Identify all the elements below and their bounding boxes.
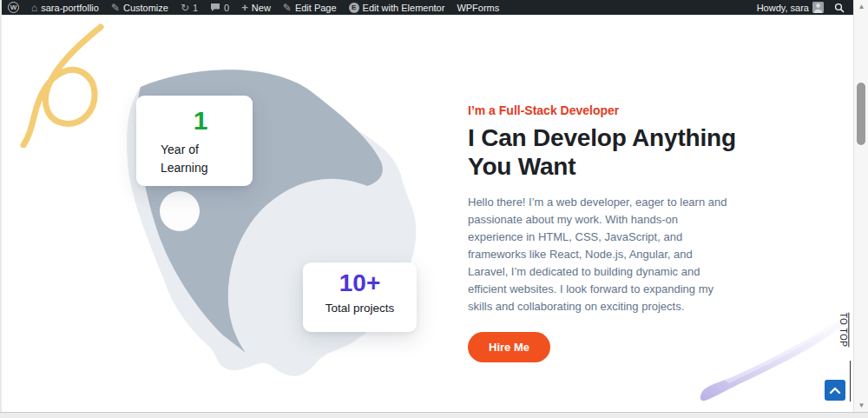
scrollbar-thumb[interactable] bbox=[857, 83, 865, 145]
new-label: New bbox=[252, 3, 271, 13]
to-top-line bbox=[850, 361, 851, 401]
howdy-label: Howdy, sara bbox=[757, 3, 809, 13]
edit-with-elementor-menu[interactable]: E Edit with Elementor bbox=[349, 3, 445, 13]
search-icon bbox=[834, 3, 845, 13]
wp-logo-menu[interactable]: W bbox=[8, 2, 19, 13]
scroll-to-top-button[interactable] bbox=[825, 380, 845, 401]
scrollbar-down-arrow[interactable]: ▼ bbox=[854, 399, 868, 412]
to-top-label: TO TOP bbox=[838, 313, 848, 348]
house-icon: ⌂ bbox=[31, 3, 37, 13]
comments-menu[interactable]: 0 bbox=[210, 3, 229, 13]
page-viewport: W ⌂ sara-portfollio ✎ Customize ↻ 1 0 bbox=[2, 0, 853, 412]
elementor-icon: E bbox=[349, 3, 359, 13]
wpforms-label: WPForms bbox=[457, 3, 499, 13]
hire-me-button[interactable]: Hire Me bbox=[468, 332, 550, 362]
wpforms-menu[interactable]: WPForms bbox=[457, 3, 499, 13]
wp-admin-bar: W ⌂ sara-portfollio ✎ Customize ↻ 1 0 bbox=[2, 0, 853, 15]
scrollbar-up-arrow[interactable]: ▲ bbox=[854, 0, 868, 13]
comments-count: 0 bbox=[224, 3, 229, 13]
site-name-label: sara-portfollio bbox=[41, 3, 99, 13]
hero-subtitle: I’m a Full-Stack Developer bbox=[468, 103, 737, 117]
wordpress-logo-icon: W bbox=[8, 2, 19, 13]
customize-label: Customize bbox=[123, 3, 168, 13]
hero-section: 1 Year of Learning 10+ Total projects I’… bbox=[2, 15, 853, 412]
customize-menu[interactable]: ✎ Customize bbox=[111, 3, 168, 13]
site-name-menu[interactable]: ⌂ sara-portfollio bbox=[31, 3, 99, 13]
stat-card-projects: 10+ Total projects bbox=[303, 262, 417, 332]
browser-window: W ⌂ sara-portfollio ✎ Customize ↻ 1 0 bbox=[0, 0, 868, 418]
stat-label-years: Year of Learning bbox=[161, 141, 240, 177]
update-icon: ↻ bbox=[181, 3, 189, 13]
stat-value-years: 1 bbox=[161, 106, 240, 136]
stat-label-projects: Total projects bbox=[308, 299, 411, 317]
stat-value-projects: 10+ bbox=[308, 269, 411, 297]
updates-count: 1 bbox=[193, 3, 198, 13]
my-account-menu[interactable]: Howdy, sara bbox=[757, 2, 824, 13]
new-content-menu[interactable]: + New bbox=[241, 2, 271, 13]
hero-description: Hello there! I’m a web developer, eager … bbox=[468, 194, 728, 315]
avatar bbox=[812, 2, 824, 13]
adminbar-search[interactable] bbox=[834, 3, 845, 13]
brush-icon: ✎ bbox=[111, 3, 120, 13]
updates-menu[interactable]: ↻ 1 bbox=[181, 3, 198, 13]
window-bottom-edge bbox=[0, 412, 868, 418]
edit-page-label: Edit Page bbox=[295, 3, 337, 13]
chevron-up-icon bbox=[829, 386, 841, 395]
edit-page-menu[interactable]: ✎ Edit Page bbox=[283, 3, 337, 13]
to-top-link[interactable]: TO TOP bbox=[821, 321, 853, 371]
hero-title: I Can Develop Anything You Want bbox=[468, 123, 737, 181]
plus-icon: + bbox=[241, 2, 248, 13]
pencil-icon: ✎ bbox=[283, 3, 292, 13]
stat-card-learning: 1 Year of Learning bbox=[136, 96, 253, 186]
adminbar-right-group: Howdy, sara bbox=[757, 2, 845, 13]
vertical-scrollbar: ▲ ▼ bbox=[853, 0, 868, 412]
map-white-dot bbox=[160, 191, 200, 231]
elementor-label: Edit with Elementor bbox=[363, 3, 445, 13]
comment-icon bbox=[210, 3, 220, 12]
